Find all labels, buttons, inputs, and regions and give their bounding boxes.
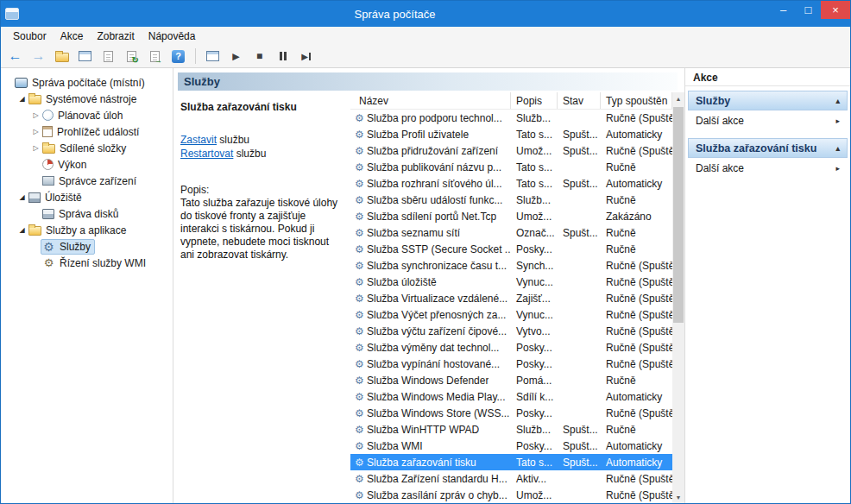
menu-soubor[interactable]: Soubor [6, 28, 54, 44]
scroll-up-button[interactable]: ▲ [672, 92, 684, 105]
menu-akce[interactable]: Akce [54, 28, 91, 44]
extended-view-button[interactable] [202, 47, 224, 66]
collapse-expander-icon[interactable]: ◢ [17, 227, 27, 234]
tree-item-sluzby[interactable]: ⚙Služby [1, 238, 173, 255]
service-name-cell: ⚙Služba rozhraní síťového úl... [350, 175, 511, 192]
service-row[interactable]: ⚙Služba výčtu zařízení čipové...Vytvo...… [350, 323, 672, 339]
service-row[interactable]: ⚙Služba výměny dat technol...Posky...Ruč… [350, 339, 672, 356]
expand-expander-icon[interactable]: ▷ [31, 145, 41, 152]
service-row[interactable]: ⚙Služba Windows Store (WSS...Posky...Ruč… [350, 405, 672, 421]
computer-icon [15, 78, 28, 88]
service-stav-cell [558, 192, 601, 208]
tree-item-planovac-uloh[interactable]: ▷Plánovač úloh [1, 107, 173, 123]
service-row[interactable]: ⚙Služba vypínání hostované...Posky...Ruč… [350, 356, 672, 372]
collapse-expander-icon[interactable]: ◢ [17, 194, 27, 201]
service-row[interactable]: ⚙Služba přidružování zařízeníUmož...Spuš… [350, 142, 672, 159]
pause-service-button[interactable] [272, 47, 293, 66]
tree-item-sprava-disku[interactable]: Správa disků [1, 205, 173, 222]
restart-service-button[interactable] [295, 47, 317, 66]
service-row[interactable]: ⚙Služba Windows Media Play...Sdílí k...A… [350, 388, 672, 405]
service-typ-cell: Automaticky [601, 438, 672, 454]
service-name-cell: ⚙Služba přidružování zařízení [350, 142, 511, 159]
column-header-nazev[interactable]: Název [350, 92, 511, 109]
service-row[interactable]: ⚙Služba SSTP (Secure Socket ...Posky...R… [350, 241, 672, 257]
service-stav-cell [558, 323, 601, 339]
tree-item-label: Prohlížeč událostí [57, 126, 139, 138]
service-row[interactable]: ⚙Služba seznamu sítíOznač...Spušt...Ručn… [350, 224, 672, 241]
service-row[interactable]: ⚙Služba Výčet přenosných za...Vynuc...Ru… [350, 306, 672, 323]
refresh-button[interactable] [121, 47, 142, 66]
properties-button[interactable] [98, 47, 119, 66]
service-stav-cell [558, 208, 601, 224]
service-row[interactable]: ⚙Služba WMIPosky...Spušt...Automaticky [350, 438, 672, 454]
service-gear-icon: ⚙ [352, 162, 367, 173]
service-row[interactable]: ⚙Služba zařazování tiskuTato s...Spušt..… [350, 454, 672, 470]
restart-service-link[interactable]: Restartovat [180, 148, 233, 160]
service-row[interactable]: ⚙Služba synchronizace času t...Synch...R… [350, 257, 672, 274]
more-actions-item[interactable]: Další akce▸ [688, 110, 848, 131]
scroll-down-button[interactable]: ▼ [672, 491, 684, 504]
service-row[interactable]: ⚙Služba publikování názvu p...Tato s...R… [350, 159, 672, 175]
column-header-stav[interactable]: Stav [558, 92, 601, 109]
tree-item-spravce-zarizeni[interactable]: Správce zařízení [1, 173, 173, 189]
column-header-typ-spousten[interactable]: Typ spouštěn [601, 92, 672, 109]
service-row[interactable]: ⚙Služba Zařízení standardu H...Aktiv...R… [350, 470, 672, 487]
service-name: Služba WMI [367, 440, 423, 452]
service-row[interactable]: ⚙Služba Virtualizace vzdálené...Zajišť..… [350, 290, 672, 306]
tree-item-label: Výkon [58, 159, 86, 171]
list-scrollbar[interactable]: ▲ ▼ [672, 92, 684, 504]
maximize-button[interactable]: □ [796, 1, 821, 19]
tree-item-sprava-pocitace-mistni[interactable]: Správa počítače (místní) [1, 74, 173, 91]
show-console-tree-button[interactable] [74, 47, 96, 66]
tree-item-rizeni-sluzby-wmi[interactable]: ⚙Řízení služby WMI [1, 255, 173, 271]
service-row[interactable]: ⚙Služba Windows DefenderPomá...Ručně [350, 372, 672, 388]
scrollbar-track[interactable] [672, 105, 684, 491]
actions-section-header-sluzba-zarazovani-tisku[interactable]: Služba zařazování tisku▴ [688, 138, 848, 158]
service-row[interactable]: ⚙Služba pro podporu technol...Služb...Ru… [350, 110, 672, 126]
tree-item-vykon[interactable]: Výkon [1, 156, 173, 173]
service-links: Zastavit službuRestartovat službu [180, 134, 342, 161]
service-name-cell: ⚙Služba publikování názvu p... [350, 159, 511, 175]
tree-item-selbox: Systémové nástroje [27, 91, 141, 107]
close-button[interactable]: × [821, 1, 850, 19]
stop-service-link[interactable]: Zastavit [180, 134, 217, 146]
service-row[interactable]: ⚙Služba úložištěVynuc...Ručně (Spuště... [350, 274, 672, 290]
service-name: Služba sběru událostí funkc... [367, 194, 502, 206]
back-button[interactable] [4, 47, 26, 66]
menu-napoveda[interactable]: Nápověda [142, 28, 203, 44]
forward-button[interactable] [28, 47, 49, 66]
service-name: Služba Windows Store (WSS... [367, 407, 509, 419]
menu-zobrazit[interactable]: Zobrazit [90, 28, 141, 44]
expand-expander-icon[interactable]: ▷ [31, 129, 41, 135]
tree-item-prohlizec-udalosti[interactable]: ▷Prohlížeč událostí [1, 123, 173, 140]
actions-section-header-sluzby[interactable]: Služby▴ [688, 91, 848, 110]
service-row[interactable]: ⚙Služba WinHTTP WPADSlužb...Spušt...Ručn… [350, 421, 672, 438]
minimize-button[interactable]: – [771, 1, 796, 19]
more-actions-item[interactable]: Další akce▸ [688, 158, 848, 179]
link-suffix: službu [233, 148, 266, 160]
service-row[interactable]: ⚙Služba sběru událostí funkc...Služb...R… [350, 192, 672, 208]
stop-service-button[interactable] [249, 47, 270, 66]
service-row[interactable]: ⚙Služba sdílení portů Net.TcpUmož...Zaká… [350, 208, 672, 224]
expand-expander-icon[interactable]: ▷ [31, 112, 41, 119]
column-header-popis[interactable]: Popis [511, 92, 558, 109]
start-service-button[interactable] [225, 47, 247, 66]
tree-item-selbox: Sdílené složky [41, 141, 130, 156]
up-level-button[interactable] [51, 47, 72, 66]
service-row[interactable]: ⚙Služba rozhraní síťového úl...Tato s...… [350, 175, 672, 192]
service-name-cell: ⚙Služba SSTP (Secure Socket ... [350, 241, 511, 257]
services-pane: Služby Služba zařazování tisku Zastavit … [173, 68, 684, 504]
service-gear-icon: ⚙ [352, 244, 367, 255]
service-typ-cell: Ručně (Spuště... [601, 257, 672, 274]
service-row[interactable]: ⚙Služba Profil uživateleTato s...Spušt..… [350, 126, 672, 142]
tree-item-uloziste[interactable]: ◢Úložiště [1, 189, 173, 205]
service-row[interactable]: ⚙Služba zasílání zpráv o chyb...Umož...R… [350, 487, 672, 503]
export-list-button[interactable] [144, 47, 166, 66]
title-bar[interactable]: Správa počítače – □ × [1, 1, 850, 27]
tree-item-sluzby-a-aplikace[interactable]: ◢Služby a aplikace [1, 222, 173, 238]
tree-item-sdilene-slozky[interactable]: ▷Sdílené složky [1, 140, 173, 156]
help-button[interactable] [167, 47, 189, 66]
collapse-expander-icon[interactable]: ◢ [17, 96, 27, 103]
tree-item-systemove-nastroje[interactable]: ◢Systémové nástroje [1, 91, 173, 107]
scrollbar-thumb[interactable] [673, 107, 684, 323]
